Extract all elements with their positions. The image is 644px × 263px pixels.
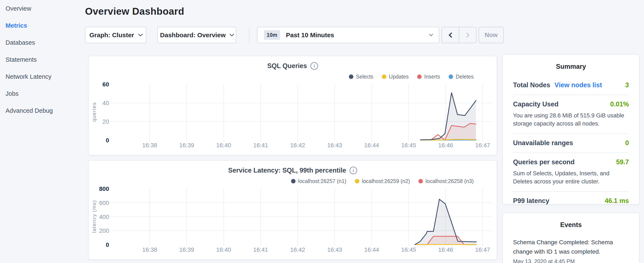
graph-dropdown[interactable]: Graph: Cluster [85,27,146,43]
summary-title: Summary [513,63,629,70]
events-title: Events [513,221,629,229]
sidebar: OverviewMetricsDatabasesStatementsNetwor… [0,0,85,119]
svg-text:queries: queries [91,102,97,122]
now-button[interactable]: Now [478,27,504,43]
svg-text:16:39: 16:39 [179,142,194,149]
chevron-right-icon [464,32,470,38]
chevron-down-icon [429,32,433,36]
summary-row-label: Queries per second [513,158,574,166]
events-panel: Events Schema Change Completed: Schema c… [502,212,640,263]
sidebar-item-databases[interactable]: Databases [0,34,85,51]
svg-text:0: 0 [106,137,109,144]
summary-row: Unavailable ranges 0 [513,133,629,153]
svg-text:16:44: 16:44 [364,142,379,149]
svg-text:16:41: 16:41 [253,142,268,149]
svg-text:latency (ms): latency (ms) [91,200,97,233]
svg-text:20: 20 [102,118,109,125]
prev-time-button[interactable] [442,27,459,43]
chevron-down-icon [138,32,142,36]
time-range-selector[interactable]: 10m Past 10 Minutes [257,27,439,43]
summary-row-value: 0.01% [610,100,629,108]
summary-panel: Summary Total Nodes View nodes list 3 Ca… [502,54,640,204]
svg-text:60: 60 [102,81,109,88]
sidebar-item-overview[interactable]: Overview [0,0,85,17]
svg-text:800: 800 [99,185,109,192]
chevron-left-icon [448,32,454,38]
summary-row-value: 46.1 ms [605,197,629,205]
dashboard-dropdown[interactable]: Dashboard: Overview [157,27,236,43]
svg-text:16:40: 16:40 [216,142,231,149]
sidebar-item-advanced-debug[interactable]: Advanced Debug [0,102,85,119]
next-time-button[interactable] [459,27,476,43]
summary-row-label: Capacity Used [513,100,558,108]
summary-row: Total Nodes View nodes list 3 [513,76,629,95]
sql-queries-chart-card: SQL Queries i Selects Updates Inserts De… [88,56,497,155]
summary-row-value: 59.7 [616,158,629,166]
time-step-buttons [442,27,476,43]
graph-dropdown-label: Graph: Cluster [89,32,134,39]
event-text: Schema Change Completed: Schema change w… [513,238,629,256]
svg-text:16:43: 16:43 [327,246,342,253]
dashboard-dropdown-label: Dashboard: Overview [160,32,226,39]
summary-row: Capacity Used 0.01% You are using 28.6 M… [513,95,629,133]
svg-text:600: 600 [99,200,109,206]
svg-text:16:45: 16:45 [401,246,416,253]
svg-text:16:38: 16:38 [142,142,157,149]
summary-row: Queries per second 59.7 Sum of Selects, … [513,153,629,191]
sidebar-item-jobs[interactable]: Jobs [0,85,85,102]
summary-row-label: Total Nodes [513,81,550,89]
summary-row-description: Sum of Selects, Updates, Inserts, and De… [513,169,629,185]
svg-text:40: 40 [102,100,109,106]
svg-text:16:46: 16:46 [438,142,453,149]
svg-text:16:42: 16:42 [290,142,305,149]
event-timestamp: May 13, 2020 at 4:45 PM [513,258,629,263]
svg-text:16:45: 16:45 [401,142,416,149]
service-latency-chart-card: Service Latency: SQL, 99th percentile i … [88,160,497,260]
svg-text:16:44: 16:44 [364,246,379,253]
summary-row-description: You are using 28.6 MiB of 515.9 GiB usab… [513,112,629,128]
chevron-down-icon [230,32,234,36]
service-latency-chart: 020040060080016:3816:3916:4016:4116:4216… [89,161,498,260]
svg-text:16:46: 16:46 [438,246,453,253]
sidebar-item-metrics[interactable]: Metrics [0,17,85,34]
time-range-badge: 10m [264,30,280,40]
svg-text:16:42: 16:42 [290,246,305,253]
page-title: Overview Dashboard [85,6,184,17]
svg-text:16:38: 16:38 [142,246,157,253]
time-range-label: Past 10 Minutes [286,32,334,39]
controls-divider [249,27,250,43]
sidebar-item-statements[interactable]: Statements [0,51,85,68]
svg-text:16:47: 16:47 [475,142,490,149]
summary-row-value: 3 [625,81,629,89]
svg-text:16:47: 16:47 [475,246,490,253]
svg-text:400: 400 [99,214,109,220]
svg-text:16:40: 16:40 [216,246,231,253]
svg-text:16:41: 16:41 [253,246,268,253]
summary-row-label: Unavailable ranges [513,139,573,147]
sidebar-item-network-latency[interactable]: Network Latency [0,68,85,85]
now-button-label: Now [484,32,498,39]
sql-queries-chart: 020406016:3816:3916:4016:4116:4216:4316:… [89,56,498,156]
svg-text:16:39: 16:39 [179,246,194,253]
summary-row-value: 0 [625,139,629,147]
svg-text:200: 200 [99,227,109,234]
svg-text:16:43: 16:43 [327,142,342,149]
summary-row-link[interactable]: View nodes list [554,81,602,89]
summary-row-label: P99 latency [513,197,550,205]
svg-text:0: 0 [106,241,109,248]
summary-row: P99 latency 46.1 ms [513,191,629,210]
